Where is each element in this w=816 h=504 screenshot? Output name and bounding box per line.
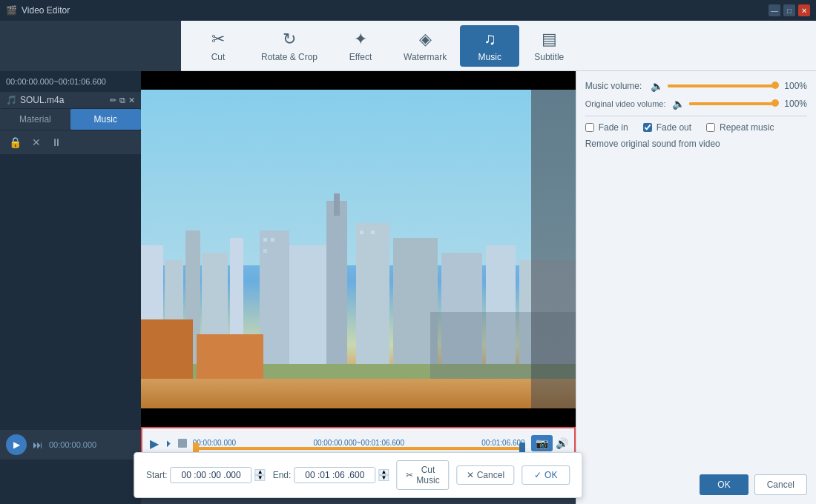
remove-button[interactable]: ✕ xyxy=(29,135,44,150)
svg-rect-15 xyxy=(271,238,274,242)
file-icon: 🎵 xyxy=(6,95,17,105)
svg-rect-17 xyxy=(360,231,363,234)
title-bar: 🎬 Video Editor — □ ✕ xyxy=(0,0,816,21)
time-center: 00:00:00.000~00:01:06.600 xyxy=(313,439,404,447)
svg-rect-21 xyxy=(197,334,263,379)
volume-icon[interactable]: 🔊 xyxy=(556,437,568,449)
tab-music[interactable]: Music xyxy=(70,109,141,130)
play-button-sidebar[interactable]: ▶ xyxy=(6,434,27,455)
video-frame xyxy=(141,90,576,408)
minimize-button[interactable]: — xyxy=(769,4,780,16)
svg-rect-18 xyxy=(371,231,375,234)
original-vol-label: Original video volume: xyxy=(585,99,666,108)
orig-vol-low-icon: 🔈 xyxy=(672,98,685,110)
fade-out-label: Fade out xyxy=(657,122,691,133)
end-time-field: End: ▲ ▼ xyxy=(273,467,389,483)
start-time-input[interactable] xyxy=(171,467,252,483)
start-label: Start: xyxy=(146,470,168,480)
vol-low-icon: 🔈 xyxy=(651,80,663,92)
cut-icon: ✂ xyxy=(211,30,225,49)
svg-rect-16 xyxy=(263,249,267,253)
copy-icon[interactable]: ⧉ xyxy=(119,96,125,105)
fade-in-checkbox[interactable] xyxy=(585,123,594,132)
rotate-icon: ↻ xyxy=(283,30,296,49)
play-button[interactable]: ▶ xyxy=(148,435,160,452)
watermark-label: Watermark xyxy=(404,52,447,62)
effect-icon: ✦ xyxy=(354,30,367,49)
end-time-input[interactable] xyxy=(294,467,375,483)
music-label: Music xyxy=(478,52,501,62)
music-vol-label: Music volume: xyxy=(585,81,645,91)
sidebar: 00:00:00.000~00:01:06.600 🎵 SOUL.m4a ✏ ⧉… xyxy=(0,71,141,504)
sidebar-tabs: Material Music xyxy=(0,109,141,130)
start-time-field: Start: ▲ ▼ xyxy=(146,467,266,483)
repeat-label: Repeat music xyxy=(720,122,774,133)
edit-icon[interactable]: ✏ xyxy=(110,96,116,105)
checkmark-icon: ✓ xyxy=(534,470,542,480)
toolbar-item-music[interactable]: ♫ Music xyxy=(460,25,519,67)
start-down-button[interactable]: ▼ xyxy=(255,475,266,481)
right-ok-button[interactable]: OK xyxy=(700,474,748,495)
toolbar-item-effect[interactable]: ✦ Effect xyxy=(331,25,390,67)
toolbar-item-subtitle[interactable]: ▤ Subtitle xyxy=(519,25,579,67)
subtitle-icon: ▤ xyxy=(542,30,557,49)
maximize-button[interactable]: □ xyxy=(783,4,795,16)
rotate-label: Rotate & Crop xyxy=(261,52,317,62)
toolbar-item-rotate[interactable]: ↻ Rotate & Crop xyxy=(248,25,331,67)
sidebar-time: 00:00:00.000 xyxy=(49,440,96,449)
music-volume-row: Music volume: 🔈 100% xyxy=(585,80,807,92)
timeline-right-controls: 📷 🔊 xyxy=(531,435,568,451)
original-volume-slider[interactable] xyxy=(689,102,776,105)
start-spinner: ▲ ▼ xyxy=(255,469,266,481)
delete-icon[interactable]: ✕ xyxy=(128,96,135,105)
svg-rect-8 xyxy=(289,245,326,379)
app-title: Video Editor xyxy=(22,5,70,16)
svg-rect-14 xyxy=(263,238,267,242)
right-action-buttons: OK Cancel xyxy=(585,474,807,495)
remove-label: Remove original sound from video xyxy=(585,139,720,149)
svg-rect-6 xyxy=(334,193,340,216)
watermark-icon: ◈ xyxy=(419,30,432,49)
music-vol-pct: 100% xyxy=(780,81,807,91)
snapshot-button[interactable]: 📷 xyxy=(531,435,553,451)
cut-label: Cut xyxy=(211,52,226,62)
time-start: 00:00:00.000 xyxy=(193,439,236,447)
cancel-popup-button[interactable]: ✕ Cancel xyxy=(457,465,514,485)
sidebar-timestamp: 00:00:00.000~00:01:06.600 xyxy=(6,77,106,86)
cut-music-button[interactable]: ✂ Cut Music xyxy=(396,460,449,490)
subtitle-label: Subtitle xyxy=(534,52,564,62)
effect-label: Effect xyxy=(349,52,372,62)
lock-button[interactable]: 🔒 xyxy=(6,135,24,150)
scissors-icon: ✂ xyxy=(406,470,413,480)
original-volume-row: Original video volume: 🔈 100% xyxy=(585,98,807,110)
app-icon: 🎬 xyxy=(6,5,17,16)
end-label: End: xyxy=(273,470,292,480)
music-volume-slider[interactable] xyxy=(668,84,776,87)
fade-out-checkbox[interactable] xyxy=(643,123,652,132)
cancel-x-icon: ✕ xyxy=(467,470,474,480)
music-icon: ♫ xyxy=(484,30,496,49)
sidebar-controls: 🔒 ✕ ⏸ xyxy=(0,130,141,155)
toolbar-item-watermark[interactable]: ◈ Watermark xyxy=(390,25,460,67)
ok-popup-button[interactable]: ✓ OK xyxy=(521,465,570,485)
pause-button[interactable]: ⏸ xyxy=(48,135,65,150)
svg-rect-9 xyxy=(356,223,389,379)
play-alt-button[interactable]: ⏵ xyxy=(163,437,175,450)
stop-button[interactable] xyxy=(178,439,187,448)
fade-in-label: Fade in xyxy=(599,122,628,133)
toolbar-item-cut[interactable]: ✂ Cut xyxy=(188,25,248,67)
cityscape-svg xyxy=(141,186,576,379)
fade-out-row: Fade out xyxy=(643,122,691,133)
svg-rect-5 xyxy=(326,201,347,379)
fastforward-button-sidebar[interactable]: ⏭ xyxy=(33,439,43,451)
tab-material[interactable]: Material xyxy=(0,109,70,130)
close-button[interactable]: ✕ xyxy=(798,4,810,16)
end-spinner: ▲ ▼ xyxy=(378,469,389,481)
sidebar-header: 00:00:00.000~00:01:06.600 xyxy=(0,71,141,92)
right-panel: Music volume: 🔈 100% Original video volu… xyxy=(576,71,816,504)
fade-options: Fade in Fade out Repeat music xyxy=(585,122,807,133)
right-cancel-button[interactable]: Cancel xyxy=(754,474,807,495)
end-down-button[interactable]: ▼ xyxy=(378,475,389,481)
repeat-checkbox[interactable] xyxy=(706,123,715,132)
filename: SOUL.m4a xyxy=(20,95,107,105)
